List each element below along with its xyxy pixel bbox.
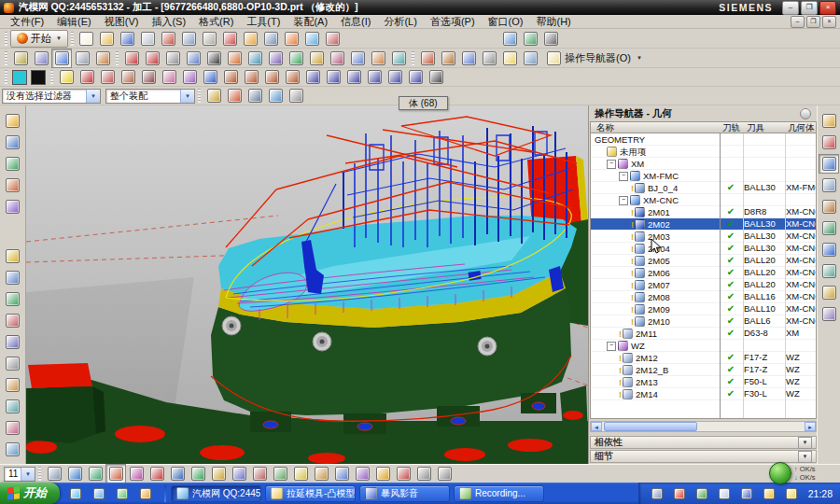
restore-button[interactable]: ❐ xyxy=(801,1,818,15)
dependencies-section[interactable]: 相依性 ▼ xyxy=(590,436,817,449)
taskbar-task-button[interactable]: 暴风影音 xyxy=(359,485,450,502)
chamfer-icon[interactable] xyxy=(438,49,458,68)
create-operation-icon[interactable] xyxy=(3,197,23,217)
paste-icon[interactable] xyxy=(200,29,220,49)
create-method-icon[interactable] xyxy=(3,175,23,195)
ruler-icon[interactable] xyxy=(290,464,311,483)
verify-toolpath-icon[interactable] xyxy=(3,289,23,309)
windows-start-button[interactable]: 开始 xyxy=(0,483,60,504)
circle-diameter-icon[interactable] xyxy=(343,67,364,87)
start-menu-button[interactable]: 开始 ▼ xyxy=(10,30,68,48)
menu-l[interactable]: 分析(L) xyxy=(377,15,423,29)
tray-volume-icon[interactable] xyxy=(759,483,779,503)
column-toolpath[interactable]: 刀轨 xyxy=(722,122,740,133)
new-file-icon[interactable] xyxy=(77,29,97,49)
menu-h[interactable]: 帮助(H) xyxy=(529,15,577,29)
corner-icon[interactable] xyxy=(479,49,499,68)
navigator-row-2M08[interactable]: !2M08✔BALL16XM-CNC xyxy=(591,291,816,303)
menu-s[interactable]: 插入(S) xyxy=(145,15,192,29)
create-tool-icon[interactable] xyxy=(3,133,23,152)
divide-curve-icon[interactable] xyxy=(499,49,520,68)
media-quick-icon[interactable] xyxy=(135,483,156,503)
navigator-row-2M10[interactable]: !2M10✔BALL6XM-CNC xyxy=(591,315,816,328)
trim-curve-icon[interactable] xyxy=(458,49,479,68)
navigator-row-BJ_0_4[interactable]: !BJ_0_4✔BALL30XM-FMC xyxy=(591,182,816,194)
navigator-row-2M05[interactable]: !2M05✔BALL20XM-CNC xyxy=(591,255,816,267)
tree-expander-icon[interactable]: − xyxy=(607,342,616,351)
shop-documentation-icon[interactable] xyxy=(3,375,23,395)
navigator-column-header[interactable]: 名称 刀轨 刀具 几何体 xyxy=(590,121,817,133)
navigator-row-2M01[interactable]: !2M01✔D8R8XM-CNC xyxy=(591,206,816,218)
navigator-row-GEOMETRY[interactable]: GEOMETRY xyxy=(591,133,816,146)
menu-r[interactable]: 格式(R) xyxy=(192,15,240,29)
grip-tool-icon[interactable] xyxy=(286,86,306,105)
circle-center-icon[interactable] xyxy=(302,67,323,87)
toolbar-grip[interactable] xyxy=(5,51,7,65)
csys-constructor-icon[interactable] xyxy=(167,464,188,483)
assembly-navigator-icon[interactable] xyxy=(819,111,839,131)
line-icon[interactable] xyxy=(121,49,142,68)
window-layout-icon[interactable] xyxy=(282,29,302,49)
toolbar-grip[interactable] xyxy=(38,467,41,481)
constraint-icon[interactable] xyxy=(126,464,147,483)
graphics-viewport[interactable] xyxy=(26,105,588,464)
simulate-machine-icon[interactable] xyxy=(3,311,23,330)
fill-icon[interactable] xyxy=(372,464,393,483)
vector-constructor-icon[interactable] xyxy=(188,464,208,483)
close-button[interactable]: × xyxy=(819,1,836,15)
column-geometry[interactable]: 几何体 xyxy=(788,122,815,133)
list-toolpath-icon[interactable] xyxy=(3,354,23,373)
ie-icon[interactable] xyxy=(89,483,109,503)
replay-toolpath-icon[interactable] xyxy=(3,268,23,287)
print-icon[interactable] xyxy=(138,29,159,49)
copy-icon[interactable] xyxy=(179,29,200,49)
snap-mid-icon[interactable] xyxy=(270,464,290,483)
chevron-down-icon[interactable]: ▼ xyxy=(798,437,812,449)
inferred-line-icon[interactable] xyxy=(97,67,118,87)
navigator-row-WZ[interactable]: −WZ xyxy=(591,340,816,352)
operation-navigator-button[interactable]: 操作导航器(O) ▼ xyxy=(540,49,649,67)
edge-color-swatch[interactable] xyxy=(12,70,27,85)
generate-toolpath-icon[interactable] xyxy=(3,246,23,266)
toolbar-grip[interactable] xyxy=(116,51,119,65)
selection-scope-combo[interactable]: 整个装配 ▼ xyxy=(105,89,195,104)
accelerator-ball-icon[interactable] xyxy=(769,462,791,484)
smart-point-icon[interactable] xyxy=(229,464,249,483)
object-display-icon[interactable] xyxy=(44,464,64,483)
machine-tool-navigator-icon[interactable] xyxy=(819,197,839,217)
arc-icon[interactable] xyxy=(142,49,162,68)
navigator-row-2M12[interactable]: !2M12✔F17-ZWZ xyxy=(591,352,816,364)
column-name[interactable]: 名称 xyxy=(596,122,614,133)
speed-monitor-overlay[interactable]: ↑ OK/s ↓ OK/s xyxy=(769,462,840,484)
toolbar-grip[interactable] xyxy=(412,51,414,65)
navigator-row-XM[interactable]: −XM xyxy=(591,158,816,170)
cut-levels-icon[interactable] xyxy=(3,397,23,416)
curve-length-icon[interactable] xyxy=(520,49,540,68)
profile-icon[interactable] xyxy=(183,49,203,68)
reuse-library-icon[interactable] xyxy=(819,218,839,238)
column-tool[interactable]: 刀具 xyxy=(747,122,764,133)
navigator-row-XM-CNC[interactable]: −XM-CNC xyxy=(591,194,816,206)
select-highlight-icon[interactable] xyxy=(224,86,245,105)
menu-o[interactable]: 窗口(O) xyxy=(482,15,530,29)
cross-point-icon[interactable] xyxy=(138,67,159,87)
delete-icon[interactable] xyxy=(220,29,241,49)
scroll-right-icon[interactable]: ► xyxy=(805,422,816,431)
history-icon[interactable] xyxy=(819,283,839,302)
doc-close-button[interactable]: × xyxy=(822,16,836,28)
tray-shield-icon[interactable] xyxy=(692,483,712,503)
tree-expander-icon[interactable]: − xyxy=(619,196,628,205)
section-curve-icon[interactable] xyxy=(327,49,347,68)
bridge-curve-icon[interactable] xyxy=(388,49,409,68)
html-report-icon[interactable] xyxy=(819,261,839,281)
close-part-icon[interactable] xyxy=(541,29,562,49)
tray-nx-icon[interactable] xyxy=(647,483,667,503)
navigator-row-未用项[interactable]: 未用项 xyxy=(591,146,816,158)
operation-navigator-tree-icon[interactable] xyxy=(819,175,839,195)
preview-cube-icon[interactable] xyxy=(85,464,105,483)
details-section[interactable]: 细节 ▼ xyxy=(590,450,817,463)
assembly-cut-icon[interactable] xyxy=(200,67,220,87)
save-icon[interactable] xyxy=(118,29,138,49)
plus-icon[interactable] xyxy=(426,67,446,87)
navigator-row-2M06[interactable]: !2M06✔BALL20XM-CNC xyxy=(591,267,816,279)
